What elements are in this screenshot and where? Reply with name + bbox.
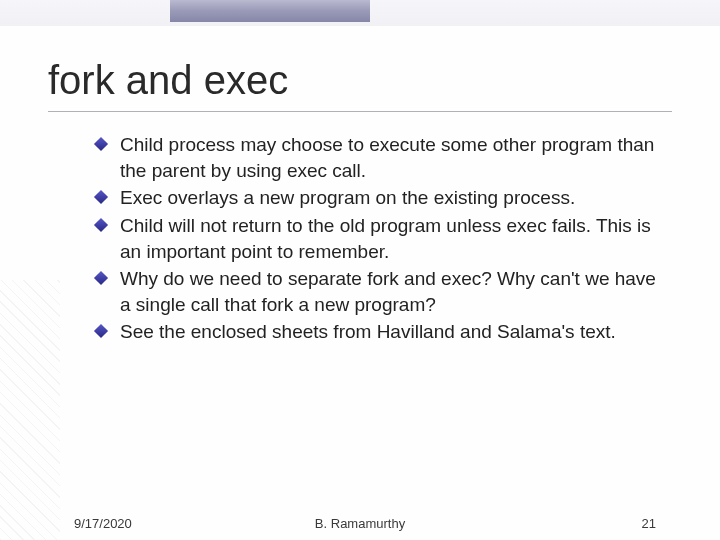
header-accent-bar [170, 0, 370, 22]
slide-title: fork and exec [48, 58, 720, 103]
list-item: Child process may choose to execute some… [96, 132, 664, 183]
footer-author: B. Ramamurthy [0, 516, 720, 531]
list-item: Child will not return to the old program… [96, 213, 664, 264]
slide-body: fork and exec Child process may choose t… [0, 26, 720, 540]
list-item: See the enclosed sheets from Havilland a… [96, 319, 664, 345]
list-item: Exec overlays a new program on the exist… [96, 185, 664, 211]
list-item: Why do we need to separate fork and exec… [96, 266, 664, 317]
footer-page: 21 [642, 516, 656, 531]
title-rule [48, 111, 672, 112]
bullet-list: Child process may choose to execute some… [96, 132, 664, 345]
